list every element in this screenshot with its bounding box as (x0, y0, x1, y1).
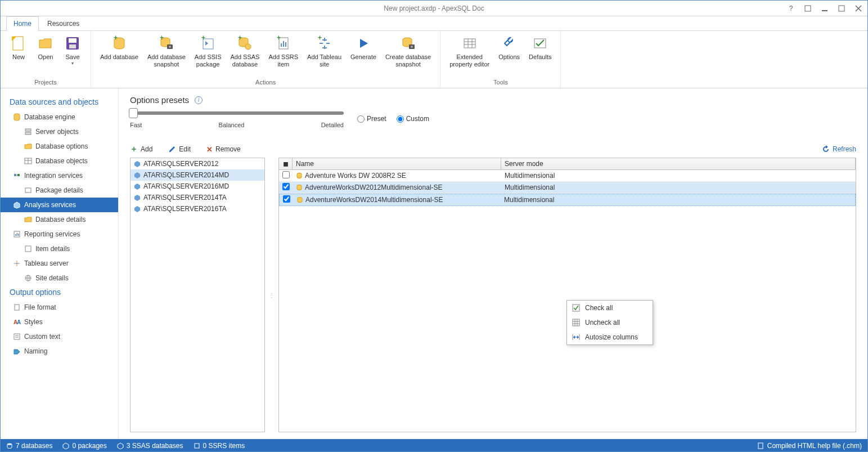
tab-resources[interactable]: Resources (40, 16, 87, 30)
new-button[interactable]: New (5, 33, 32, 78)
ribbon-group-projects: New Open Save▾ Projects (1, 31, 91, 88)
window-title: New project.axdp - ApexSQL Doc (384, 5, 484, 12)
server-row[interactable]: ATAR\SQLSERVER2014TA (131, 192, 264, 203)
sidebar-item-site-details[interactable]: Site details (1, 271, 118, 285)
database-snapshot-icon: + (158, 34, 176, 52)
sidebar-item-analysis-services[interactable]: Analysis services (1, 198, 118, 212)
add-tableau-button[interactable]: +Add Tableau site (303, 33, 346, 78)
add-ssis-button[interactable]: +Add SSIS package (190, 33, 226, 78)
open-button[interactable]: Open (32, 33, 59, 78)
edit-button[interactable]: Edit (168, 145, 191, 153)
options-button[interactable]: Options (494, 33, 524, 78)
slider-thumb[interactable] (129, 108, 138, 118)
sidebar-item-label: Item details (35, 245, 70, 253)
sidebar-item-naming[interactable]: Naming (1, 344, 118, 359)
sidebar-item-database-options[interactable]: Database options (1, 139, 118, 154)
add-ssas-button[interactable]: +Add SSAS database (226, 33, 264, 78)
svg-text:+: + (238, 35, 242, 42)
svg-rect-68 (14, 334, 20, 339)
save-icon (64, 34, 82, 52)
svg-marker-71 (14, 350, 20, 354)
svg-point-91 (7, 444, 12, 445)
svg-rect-81 (573, 319, 579, 326)
server-row[interactable]: ATAR\SQLSERVER2016TA (131, 203, 264, 214)
ribbon-group-tools: Extended property editor Options Default… (440, 31, 561, 88)
server-row[interactable]: ATAR\SQLSERVER2014MD (131, 169, 264, 181)
database-add-icon: + (110, 34, 128, 52)
sidebar-item-styles[interactable]: AAStyles (1, 315, 118, 329)
db-row[interactable]: Adventure Works DW 2008R2 SE Multidimens… (279, 170, 856, 182)
add-database-snapshot-button[interactable]: +Add database snapshot (143, 33, 190, 78)
col-name[interactable]: Name (293, 158, 501, 169)
sidebar-item-database-engine[interactable]: Database engine (1, 110, 118, 124)
sidebar-item-label: Naming (24, 347, 47, 355)
sidebar-item-database-details[interactable]: Database details (1, 212, 118, 227)
database-icon (13, 113, 21, 121)
add-button[interactable]: ＋Add (130, 144, 152, 154)
generate-button[interactable]: Generate (346, 33, 381, 78)
globe-icon (24, 274, 32, 282)
preset-slider[interactable]: Fast Balanced Detailed (130, 109, 344, 128)
ctx-autosize-columns[interactable]: Autosize columns (567, 330, 653, 344)
report-icon (194, 442, 200, 449)
svg-rect-65 (15, 305, 19, 310)
sidebar-item-tableau-server[interactable]: Tableau server (1, 256, 118, 271)
sidebar-item-package-details[interactable]: Package details (1, 183, 118, 198)
svg-rect-58 (18, 234, 19, 236)
refresh-button[interactable]: Refresh (822, 145, 856, 153)
sidebar-item-server-objects[interactable]: Server objects (1, 124, 118, 139)
server-row[interactable]: ATAR\SQLSERVER2012 (131, 158, 264, 169)
sidebar-item-label: Custom text (24, 333, 60, 341)
cube-icon (134, 194, 141, 201)
add-database-button[interactable]: +Add database (96, 33, 143, 78)
sidebar-item-database-objects[interactable]: Database objects (1, 154, 118, 168)
add-ssrs-button[interactable]: +Add SSRS item (264, 33, 303, 78)
tab-home[interactable]: Home (6, 16, 39, 31)
info-icon[interactable]: i (195, 96, 203, 104)
ribbon-group-label: Tools (440, 78, 560, 88)
svg-rect-46 (25, 132, 31, 135)
new-icon (10, 34, 28, 52)
remove-button[interactable]: ✕Remove (206, 145, 241, 154)
maximize-icon[interactable] (837, 4, 846, 13)
sidebar-item-label: Reporting services (24, 230, 80, 238)
styles-icon: AA (13, 318, 21, 326)
sidebar-item-custom-text[interactable]: Custom text (1, 329, 118, 344)
restore-frame-icon[interactable] (803, 4, 812, 13)
ribbon-group-actions: +Add database +Add database snapshot +Ad… (91, 31, 440, 88)
db-checkbox[interactable] (283, 195, 290, 203)
refresh-icon (822, 145, 830, 153)
sidebar-item-integration-services[interactable]: Integration services (1, 168, 118, 183)
server-row[interactable]: ATAR\SQLSERVER2016MD (131, 181, 264, 192)
content-area: Data sources and objects Database engine… (1, 88, 867, 439)
sidebar-item-reporting-services[interactable]: Reporting services (1, 227, 118, 241)
radio-preset[interactable]: Preset (357, 115, 386, 123)
sidebar-item-item-details[interactable]: Item details (1, 241, 118, 256)
db-row[interactable]: AdventureWorksDW2012Multidimensional-SE … (279, 182, 856, 194)
defaults-button[interactable]: Defaults (524, 33, 556, 78)
ctx-uncheck-all[interactable]: Uncheck all (567, 315, 653, 330)
sidebar-item-file-format[interactable]: File format (1, 300, 118, 315)
minimize-icon[interactable] (820, 4, 829, 13)
db-checkbox[interactable] (282, 171, 290, 178)
help-icon[interactable]: ? (786, 4, 795, 13)
ctx-check-all[interactable]: Check all (567, 301, 653, 315)
folder-icon (24, 216, 32, 223)
db-checkbox[interactable] (282, 183, 290, 190)
check-all-header[interactable]: ◼ (279, 158, 293, 169)
radio-custom[interactable]: Custom (397, 115, 429, 123)
sidebar-item-label: Package details (35, 186, 83, 194)
save-button[interactable]: Save▾ (59, 33, 86, 78)
server-name: ATAR\SQLSERVER2016TA (143, 205, 227, 213)
db-row[interactable]: AdventureWorksDW2014Multidimensional-SE … (279, 194, 856, 206)
splitter[interactable]: ⋮ (269, 158, 274, 432)
extended-property-editor-button[interactable]: Extended property editor (445, 33, 494, 78)
create-database-snapshot-button[interactable]: Create database snapshot (381, 33, 435, 78)
cube-icon (134, 172, 141, 178)
svg-marker-93 (118, 443, 123, 449)
database-icon (6, 442, 13, 449)
preset-radio-group: Preset Custom (357, 115, 429, 123)
sidebar-item-label: Integration services (24, 172, 83, 180)
col-mode[interactable]: Server mode (501, 158, 856, 169)
close-icon[interactable] (854, 4, 863, 13)
